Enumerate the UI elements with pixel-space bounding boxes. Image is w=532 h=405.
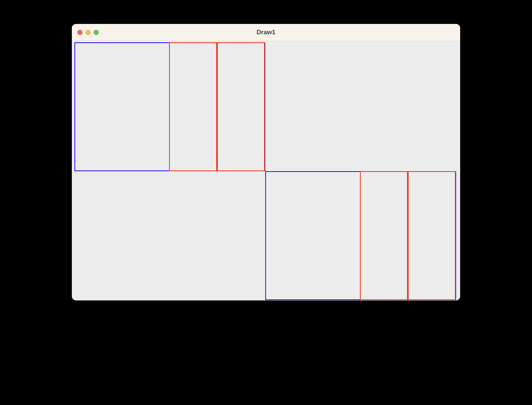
app-window: Draw1	[72, 24, 460, 300]
drawn-rect-red-1[interactable]	[169, 42, 217, 171]
drawn-rect-red-2[interactable]	[217, 42, 265, 171]
zoom-button[interactable]	[94, 30, 99, 35]
drawn-rect-red-5[interactable]	[408, 171, 456, 300]
close-button[interactable]	[77, 30, 83, 35]
minimize-button[interactable]	[85, 30, 91, 35]
drawing-canvas[interactable]	[72, 41, 460, 300]
window-title: Draw1	[72, 29, 460, 36]
drawn-rect-red-4[interactable]	[360, 171, 408, 300]
titlebar[interactable]: Draw1	[72, 24, 460, 41]
window-controls	[77, 30, 99, 35]
